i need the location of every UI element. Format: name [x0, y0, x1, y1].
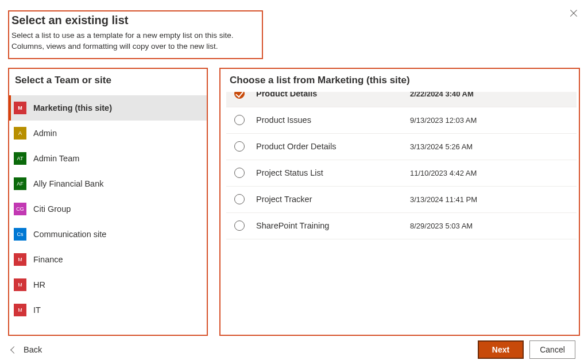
site-item[interactable]: AFAlly Financial Bank — [9, 171, 207, 196]
list-row[interactable]: Project Status List11/10/2023 4:42 AM — [226, 160, 577, 187]
site-item[interactable]: CGCiti Group — [9, 196, 207, 222]
back-button[interactable]: Back — [11, 345, 42, 354]
site-item[interactable]: MFinance — [9, 247, 207, 272]
site-item[interactable]: MIT — [9, 297, 207, 323]
list-row[interactable]: SharePoint Training8/29/2023 5:03 AM — [226, 213, 577, 239]
site-icon: M — [14, 253, 26, 266]
site-icon: AF — [14, 177, 26, 190]
site-icon: M — [14, 278, 26, 291]
site-label: Finance — [33, 255, 63, 264]
cancel-button[interactable]: Cancel — [529, 340, 575, 359]
dialog-footer: Back Next Cancel — [8, 336, 580, 364]
list-name: Project Tracker — [256, 195, 410, 204]
site-item[interactable]: MMarketing (this site) — [9, 95, 207, 121]
site-label: HR — [33, 280, 45, 289]
site-label: Ally Financial Bank — [33, 179, 104, 188]
dialog-header: Select an existing list Select a list to… — [8, 10, 263, 59]
list-row[interactable]: Project Tracker3/13/2024 11:41 PM — [226, 187, 577, 213]
dialog-description: Select a list to use as a template for a… — [11, 30, 258, 52]
site-label: Citi Group — [33, 204, 71, 214]
list-row[interactable]: Product Issues9/13/2023 12:03 AM — [226, 107, 577, 134]
site-picker-panel: Select a Team or site MMarketing (this s… — [8, 68, 208, 336]
radio-checked-icon[interactable] — [234, 92, 245, 99]
list-name: Project Status List — [256, 168, 410, 177]
list-name: Product Order Details — [256, 142, 410, 151]
next-button[interactable]: Next — [478, 340, 524, 359]
site-icon: CG — [14, 203, 26, 215]
site-label: IT — [33, 305, 41, 315]
site-icon: Cs — [14, 228, 26, 241]
site-item[interactable]: CsCommunication site — [9, 222, 207, 247]
site-label: Marketing (this site) — [33, 103, 112, 113]
list-row[interactable]: Product Details2/22/2024 3:40 AM — [226, 92, 577, 107]
site-item[interactable]: AAdmin — [9, 121, 207, 146]
site-list: MMarketing (this site)AAdminATAdmin Team… — [9, 92, 207, 323]
list-picker-panel: Choose a list from Marketing (this site)… — [219, 68, 580, 336]
site-label: Communication site — [33, 230, 106, 239]
list-picker-title: Choose a list from Marketing (this site) — [226, 72, 577, 92]
list-date: 2/22/2024 3:40 AM — [410, 92, 474, 98]
site-label: Admin — [33, 129, 57, 138]
radio-icon[interactable] — [234, 141, 245, 152]
site-icon: M — [14, 304, 26, 316]
list-date: 11/10/2023 4:42 AM — [410, 169, 477, 177]
site-picker-title: Select a Team or site — [9, 72, 207, 92]
list-name: SharePoint Training — [256, 221, 410, 230]
close-icon[interactable] — [568, 8, 579, 18]
list-date: 3/13/2024 5:26 AM — [410, 142, 473, 151]
radio-icon[interactable] — [234, 220, 245, 231]
site-icon: A — [14, 127, 26, 140]
site-item[interactable]: ATAdmin Team — [9, 146, 207, 171]
site-item[interactable]: MHR — [9, 272, 207, 297]
dialog-desc-line1: Select a list to use as a template for a… — [11, 31, 233, 40]
back-label: Back — [24, 345, 42, 354]
dialog-title: Select an existing list — [11, 14, 258, 27]
list-date: 8/29/2023 5:03 AM — [410, 222, 473, 230]
radio-icon[interactable] — [234, 194, 245, 204]
list-date: 3/13/2024 11:41 PM — [410, 195, 477, 204]
list-name: Product Details — [256, 92, 410, 99]
list-row[interactable]: Product Order Details3/13/2024 5:26 AM — [226, 134, 577, 160]
list-scroll-area[interactable]: OTT Platform1/20/2024 1:43 AMPatient Tra… — [226, 92, 577, 331]
radio-icon[interactable] — [234, 115, 245, 125]
site-icon: M — [14, 102, 26, 114]
chevron-left-icon — [10, 346, 18, 354]
site-icon: AT — [14, 152, 26, 165]
radio-icon[interactable] — [234, 168, 245, 178]
dialog-desc-line2: Columns, views and formatting will copy … — [11, 42, 218, 51]
list-name: Product Issues — [256, 115, 410, 125]
list-date: 9/13/2023 12:03 AM — [410, 116, 477, 125]
site-label: Admin Team — [33, 154, 79, 163]
